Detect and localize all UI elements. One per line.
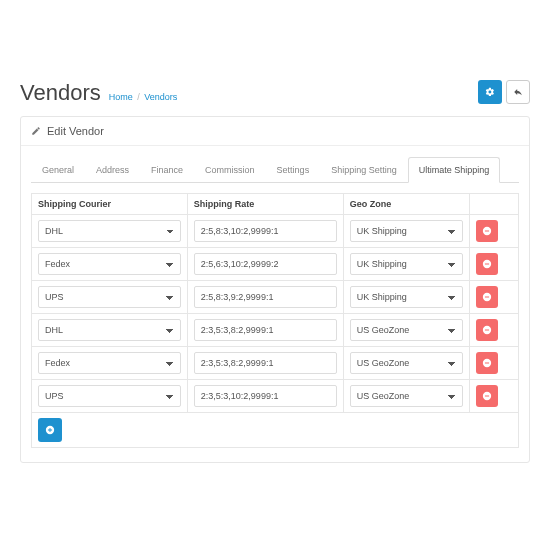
page-title: Vendors — [20, 80, 101, 106]
reply-icon — [513, 87, 523, 97]
back-button[interactable] — [506, 80, 530, 104]
edit-vendor-panel: Edit Vendor General Address Finance Comm… — [20, 116, 530, 463]
tab-ultimate-shipping[interactable]: Ultimate Shipping — [408, 157, 501, 183]
courier-select[interactable]: Fedex — [38, 352, 181, 374]
th-courier: Shipping Courier — [32, 194, 188, 215]
remove-row-button[interactable] — [476, 253, 498, 275]
remove-row-button[interactable] — [476, 352, 498, 374]
tab-settings[interactable]: Settings — [266, 157, 321, 183]
breadcrumb-home[interactable]: Home — [109, 92, 133, 102]
rate-input[interactable] — [194, 253, 337, 275]
breadcrumb-separator: / — [137, 92, 140, 102]
zone-select[interactable]: UK Shipping — [350, 253, 464, 275]
pencil-icon — [31, 126, 41, 136]
tab-address[interactable]: Address — [85, 157, 140, 183]
th-action — [470, 194, 519, 215]
tab-shipping-setting[interactable]: Shipping Setting — [320, 157, 408, 183]
table-row: FedexUS GeoZone — [32, 347, 519, 380]
minus-circle-icon — [482, 259, 492, 269]
minus-circle-icon — [482, 325, 492, 335]
th-rate: Shipping Rate — [187, 194, 343, 215]
remove-row-button[interactable] — [476, 220, 498, 242]
zone-select[interactable]: US GeoZone — [350, 352, 464, 374]
tab-general[interactable]: General — [31, 157, 85, 183]
panel-title: Edit Vendor — [47, 125, 104, 137]
remove-row-button[interactable] — [476, 385, 498, 407]
courier-select[interactable]: Fedex — [38, 253, 181, 275]
minus-circle-icon — [482, 226, 492, 236]
minus-circle-icon — [482, 292, 492, 302]
rate-input[interactable] — [194, 220, 337, 242]
rate-input[interactable] — [194, 319, 337, 341]
rate-input[interactable] — [194, 286, 337, 308]
minus-circle-icon — [482, 391, 492, 401]
shipping-table: Shipping Courier Shipping Rate Geo Zone … — [31, 193, 519, 448]
plus-circle-icon — [45, 425, 55, 435]
courier-select[interactable]: UPS — [38, 385, 181, 407]
zone-select[interactable]: US GeoZone — [350, 319, 464, 341]
th-zone: Geo Zone — [343, 194, 470, 215]
zone-select[interactable]: UK Shipping — [350, 220, 464, 242]
remove-row-button[interactable] — [476, 319, 498, 341]
tabs: General Address Finance Commission Setti… — [31, 156, 519, 183]
table-row: UPSUK Shipping — [32, 281, 519, 314]
remove-row-button[interactable] — [476, 286, 498, 308]
rate-input[interactable] — [194, 352, 337, 374]
table-row: DHLUS GeoZone — [32, 314, 519, 347]
breadcrumb-current[interactable]: Vendors — [144, 92, 177, 102]
courier-select[interactable]: DHL — [38, 220, 181, 242]
breadcrumb: Home / Vendors — [109, 92, 178, 102]
minus-circle-icon — [482, 358, 492, 368]
courier-select[interactable]: DHL — [38, 319, 181, 341]
tab-commission[interactable]: Commission — [194, 157, 266, 183]
courier-select[interactable]: UPS — [38, 286, 181, 308]
table-row: DHLUK Shipping — [32, 215, 519, 248]
zone-select[interactable]: US GeoZone — [350, 385, 464, 407]
tab-finance[interactable]: Finance — [140, 157, 194, 183]
gear-icon — [485, 87, 495, 97]
zone-select[interactable]: UK Shipping — [350, 286, 464, 308]
rate-input[interactable] — [194, 385, 337, 407]
add-row-button[interactable] — [38, 418, 62, 442]
table-row: FedexUK Shipping — [32, 248, 519, 281]
table-row: UPSUS GeoZone — [32, 380, 519, 413]
settings-button[interactable] — [478, 80, 502, 104]
